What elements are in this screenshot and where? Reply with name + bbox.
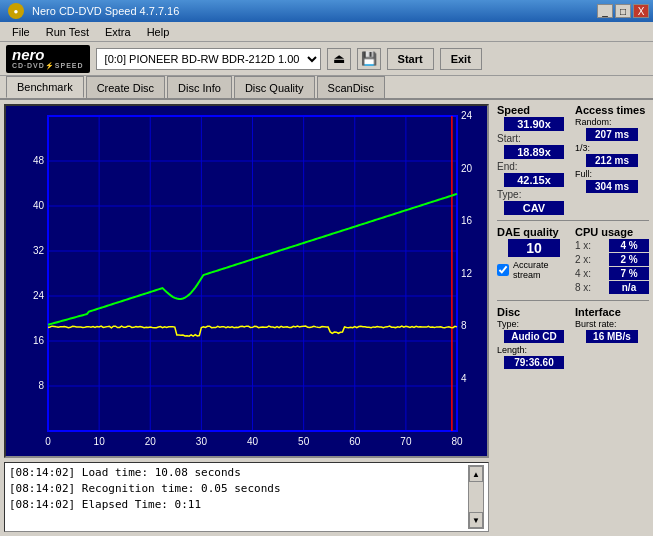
app-icon: ● xyxy=(8,3,24,19)
type-label: Type: xyxy=(497,189,521,200)
cpu-2x-label: 2 x: xyxy=(575,254,591,265)
burst-rate-label: Burst rate: xyxy=(575,319,649,329)
disc-length-label: Length: xyxy=(497,345,571,355)
tab-benchmark[interactable]: Benchmark xyxy=(6,76,84,98)
log-area: [08:14:02] Load time: 10.08 seconds [08:… xyxy=(4,462,489,532)
cpu-1x-label: 1 x: xyxy=(575,240,591,251)
main-content: [08:14:02] Load time: 10.08 seconds [08:… xyxy=(0,100,653,536)
onethird-value: 212 ms xyxy=(586,154,638,167)
log-line-2: [08:14:02] Recognition time: 0.05 second… xyxy=(9,481,466,497)
disc-type-label: Type: xyxy=(497,319,571,329)
interface-label: Interface xyxy=(575,306,649,318)
log-line-1: [08:14:02] Load time: 10.08 seconds xyxy=(9,465,466,481)
close-button[interactable]: X xyxy=(633,4,649,18)
menu-help[interactable]: Help xyxy=(139,24,178,40)
onethird-label: 1/3: xyxy=(575,143,649,153)
menu-extra[interactable]: Extra xyxy=(97,24,139,40)
dae-label: DAE quality xyxy=(497,226,571,238)
exit-button[interactable]: Exit xyxy=(440,48,482,70)
speed-section: Speed 31.90x Start: 18.89x End: 42.15x T… xyxy=(497,104,571,215)
cpu-2x-value: 2 % xyxy=(609,253,649,266)
stats-panel: Speed 31.90x Start: 18.89x End: 42.15x T… xyxy=(493,100,653,536)
title-bar: ● Nero CD-DVD Speed 4.7.7.16 _ □ X xyxy=(0,0,653,22)
menu-file[interactable]: File xyxy=(4,24,38,40)
accurate-stream-row: Accuratestream xyxy=(497,260,571,280)
avg-value: 31.90x xyxy=(504,117,564,131)
log-line-3: [08:14:02] Elapsed Time: 0:11 xyxy=(9,497,466,513)
start-button[interactable]: Start xyxy=(387,48,434,70)
access-label: Access times xyxy=(575,104,649,116)
minimize-button[interactable]: _ xyxy=(597,4,613,18)
start-value: 18.89x xyxy=(504,145,564,159)
scroll-up-button[interactable]: ▲ xyxy=(469,466,483,482)
chart-area: [08:14:02] Load time: 10.08 seconds [08:… xyxy=(0,100,493,536)
disc-section: Disc Type: Audio CD Length: 79:36.60 xyxy=(497,306,571,369)
full-label: Full: xyxy=(575,169,649,179)
disc-length-value: 79:36.60 xyxy=(504,356,564,369)
chart-container xyxy=(4,104,489,458)
random-label: Random: xyxy=(575,117,649,127)
interface-section: Interface Burst rate: 16 MB/s xyxy=(575,306,649,369)
dae-section: DAE quality 10 Accuratestream xyxy=(497,226,571,295)
cpu-label: CPU usage xyxy=(575,226,649,238)
tab-create-disc[interactable]: Create Disc xyxy=(86,76,165,98)
burst-rate-value: 16 MB/s xyxy=(586,330,638,343)
type-value: CAV xyxy=(504,201,564,215)
menu-bar: File Run Test Extra Help xyxy=(0,22,653,42)
end-value: 42.15x xyxy=(504,173,564,187)
full-value: 304 ms xyxy=(586,180,638,193)
cpu-8x-label: 8 x: xyxy=(575,282,591,293)
eject-icon-button[interactable]: ⏏ xyxy=(327,48,351,70)
cpu-1x-value: 4 % xyxy=(609,239,649,252)
cpu-8x-value: n/a xyxy=(609,281,649,294)
dae-value: 10 xyxy=(508,239,560,257)
log-text: [08:14:02] Load time: 10.08 seconds [08:… xyxy=(9,465,466,529)
maximize-button[interactable]: □ xyxy=(615,4,631,18)
title-bar-text: Nero CD-DVD Speed 4.7.7.16 xyxy=(32,5,179,17)
scroll-down-button[interactable]: ▼ xyxy=(469,512,483,528)
tabs-bar: Benchmark Create Disc Disc Info Disc Qua… xyxy=(0,76,653,100)
tab-disc-quality[interactable]: Disc Quality xyxy=(234,76,315,98)
disc-type-value: Audio CD xyxy=(504,330,564,343)
end-label: End: xyxy=(497,161,518,172)
tab-scan-disc[interactable]: ScanDisc xyxy=(317,76,385,98)
menu-run-test[interactable]: Run Test xyxy=(38,24,97,40)
cpu-section: CPU usage 1 x: 4 % 2 x: 2 % 4 x: 7 % 8 x… xyxy=(575,226,649,295)
tab-disc-info[interactable]: Disc Info xyxy=(167,76,232,98)
cpu-4x-value: 7 % xyxy=(609,267,649,280)
speed-label: Speed xyxy=(497,104,571,116)
disc-label: Disc xyxy=(497,306,571,318)
toolbar: nero CD·DVD⚡SPEED [0:0] PIONEER BD-RW BD… xyxy=(0,42,653,76)
random-value: 207 ms xyxy=(586,128,638,141)
log-scrollbar[interactable]: ▲ ▼ xyxy=(468,465,484,529)
cpu-4x-label: 4 x: xyxy=(575,268,591,279)
accurate-stream-checkbox[interactable] xyxy=(497,264,509,276)
save-icon-button[interactable]: 💾 xyxy=(357,48,381,70)
start-label: Start: xyxy=(497,133,521,144)
access-section: Access times Random: 207 ms 1/3: 212 ms … xyxy=(575,104,649,215)
nero-logo: nero CD·DVD⚡SPEED xyxy=(6,45,90,73)
drive-selector[interactable]: [0:0] PIONEER BD-RW BDR-212D 1.00 xyxy=(96,48,321,70)
accurate-stream-label: Accuratestream xyxy=(513,260,549,280)
